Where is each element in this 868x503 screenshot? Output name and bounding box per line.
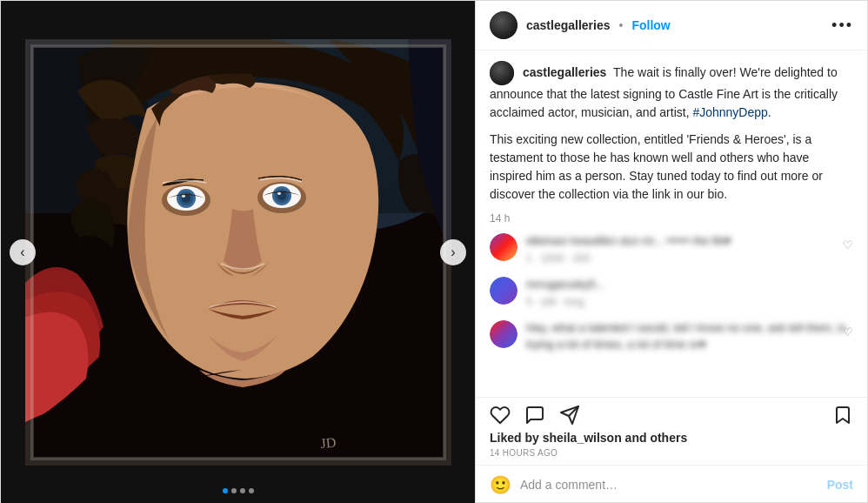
- header-username[interactable]: castlegalleries: [526, 18, 611, 32]
- artwork-image: JD: [25, 39, 451, 466]
- comment-text-3: Hey, what a talented I would, tell I kno…: [526, 320, 853, 352]
- svg-text:JD: JD: [319, 435, 336, 451]
- comment-body-3: Hey, what a talented I would, tell I kno…: [526, 320, 853, 352]
- post-container: JD ‹ › castlegalleries • Follow: [0, 0, 868, 503]
- post-header: castlegalleries • Follow •••: [476, 1, 867, 50]
- bookmark-icon: [832, 405, 853, 426]
- comment-button[interactable]: [524, 405, 545, 426]
- more-options-button[interactable]: •••: [831, 17, 853, 33]
- add-comment-input[interactable]: [520, 478, 818, 492]
- comment-body-1: elleinaxi heautifen dun mi... •••••• the…: [526, 233, 853, 266]
- caption-timestamp: 14 h: [490, 211, 853, 226]
- emoji-button[interactable]: 🙂: [490, 474, 511, 495]
- heart-icon: [490, 405, 511, 426]
- share-button[interactable]: [559, 405, 580, 426]
- caption-text-part2: This exciting new collection, entitled '…: [490, 132, 823, 201]
- caption-block: castlegalleries The wait is finally over…: [490, 61, 853, 122]
- share-icon: [559, 405, 580, 426]
- comment-item: elleinaxi heautifen dun mi... •••••• the…: [490, 233, 853, 266]
- likes-prefix: Liked by: [490, 431, 543, 445]
- prev-image-button[interactable]: ‹: [10, 239, 36, 265]
- comment-icon: [524, 405, 545, 426]
- dot-2: [231, 488, 237, 493]
- more-icon: •••: [831, 17, 853, 34]
- comment-item-3: Hey, what a talented I would, tell I kno…: [490, 320, 853, 352]
- comment-avatar-3[interactable]: [490, 320, 517, 348]
- caption-username[interactable]: castlegalleries: [523, 65, 607, 79]
- actions-bar: [476, 397, 867, 426]
- follow-button[interactable]: Follow: [631, 18, 670, 32]
- comment-heart-3[interactable]: ♡: [843, 324, 853, 341]
- content-section: castlegalleries • Follow ••• castlegalle…: [475, 1, 867, 503]
- comment-avatar-2[interactable]: [490, 277, 517, 305]
- likes-username[interactable]: sheila_wilson: [543, 431, 622, 445]
- image-dots-indicator: [223, 488, 254, 493]
- next-image-button[interactable]: ›: [440, 239, 466, 265]
- caption-hashtag[interactable]: #JohnnyDepp: [692, 105, 767, 119]
- image-section: JD ‹ ›: [1, 1, 475, 503]
- comment-subtext-1: 1 · 1000 · 200: [526, 251, 853, 266]
- avatar[interactable]: [490, 11, 517, 39]
- post-comment-button[interactable]: Post: [827, 478, 853, 492]
- bookmark-button[interactable]: [832, 405, 853, 426]
- likes-text: Liked by sheila_wilson and others: [490, 431, 687, 445]
- caption-area: castlegalleries The wait is finally over…: [476, 50, 867, 397]
- caption-period: .: [768, 105, 771, 119]
- comment-item-2: mrrugarusky5... 5 · still · long: [490, 277, 853, 310]
- comment-avatar-1[interactable]: [490, 233, 517, 261]
- portrait-svg: JD: [25, 39, 451, 466]
- likes-row: Liked by sheila_wilson and others: [476, 426, 867, 446]
- dot-1: [223, 488, 228, 493]
- likes-suffix: and others: [622, 431, 687, 445]
- avatar-caption: [490, 61, 514, 85]
- comment-text-1: elleinaxi heautifen dun mi... •••••• the…: [526, 233, 853, 249]
- like-button[interactable]: [490, 405, 511, 426]
- comment-subtext-2: 5 · still · long: [526, 294, 853, 310]
- comment-body-2: mrrugarusky5... 5 · still · long: [526, 277, 853, 310]
- dot-4: [249, 488, 254, 493]
- header-separator: •: [619, 18, 624, 32]
- comments-section: elleinaxi heautifen dun mi... •••••• the…: [490, 233, 853, 352]
- comment-text-2: mrrugarusky5...: [526, 277, 853, 292]
- full-timestamp: 14 HOURS AGO: [476, 446, 867, 465]
- add-comment-row: 🙂 Post: [476, 465, 867, 503]
- dot-3: [240, 488, 245, 493]
- caption-paragraph2: This exciting new collection, entitled '…: [490, 131, 853, 204]
- comment-heart-1[interactable]: ♡: [843, 237, 853, 254]
